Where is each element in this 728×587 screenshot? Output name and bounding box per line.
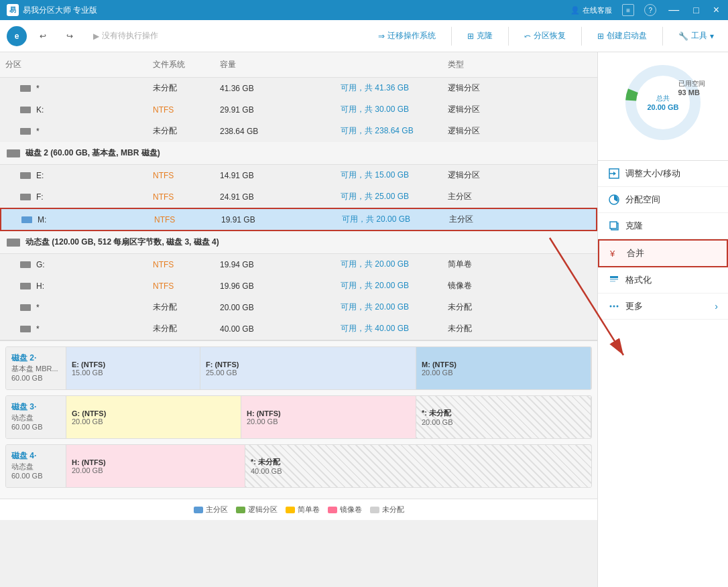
partition-row[interactable]: E: NTFS 14.91 GB 可用，共 15.00 GB 逻辑分区 [0, 165, 597, 186]
disk-small-icon [21, 216, 32, 223]
no-operation-btn[interactable]: ▶ 没有待执行操作 [86, 25, 166, 46]
clone-btn[interactable]: ⊞ 克隆 [460, 25, 500, 46]
partition-row[interactable]: * 未分配 41.36 GB 可用，共 41.36 GB 逻辑分区 [0, 78, 597, 99]
disk4-part-unalloc[interactable]: *: 未分配 40.00 GB [245, 445, 591, 487]
disk2-part-e[interactable]: E: (NTFS) 15.00 GB [66, 347, 200, 389]
restore-icon: ⤺ [524, 31, 531, 41]
redo-btn[interactable]: ↪ [59, 27, 80, 46]
partition-fs: NTFS [147, 277, 215, 295]
toolbar-separator4 [662, 27, 663, 46]
legend-mirror-color [328, 507, 337, 513]
redo-icon: ↪ [66, 31, 73, 41]
partition-type: 逻辑分区 [442, 79, 597, 97]
disk-small-icon [20, 283, 31, 289]
format-icon [608, 274, 620, 286]
legend-simple-color [286, 507, 295, 513]
partition-available: 可用，共 30.00 GB [335, 101, 442, 119]
partition-capacity: 19.94 GB [215, 255, 335, 273]
partition-available: 可用，共 15.00 GB [335, 166, 442, 184]
menu-icon-btn[interactable]: ≡ [622, 4, 634, 16]
close-btn[interactable]: × [711, 4, 721, 16]
logo-btn[interactable]: e [7, 26, 27, 46]
partition-type: 逻辑分区 [442, 166, 597, 184]
partition-name: H: [0, 277, 147, 295]
more-action[interactable]: 更多 › [598, 294, 728, 320]
allocate-action[interactable]: 分配空间 [598, 187, 728, 213]
disk-visual-section: 磁盘 2· 基本盘 MBR... 60.00 GB E: (NTFS) 15.0… [0, 340, 597, 499]
dynamic-disk-header: 动态盘 (120.00 GB, 512 每扇区字节数, 磁盘 3, 磁盘 4) [0, 231, 597, 254]
toolbar-separator2 [508, 27, 509, 46]
svg-point-14 [617, 306, 619, 308]
disk3-part-unalloc[interactable]: *: 未分配 20.00 GB [416, 396, 591, 438]
undo-icon: ↩ [40, 31, 46, 41]
partition-row[interactable]: H: NTFS 19.96 GB 可用，共 20.00 GB 镜像卷 [0, 275, 597, 297]
partition-row[interactable]: G: NTFS 19.94 GB 可用，共 20.00 GB 简单卷 [0, 254, 597, 275]
partition-type: 主分区 [444, 210, 596, 229]
svg-point-13 [613, 306, 615, 308]
disk3-partitions: G: (NTFS) 20.00 GB H: (NTFS) 20.00 GB *:… [66, 396, 591, 438]
partition-available: 可用，共 20.00 GB [335, 277, 442, 295]
partition-row[interactable]: * 未分配 20.00 GB 可用，共 20.00 GB 未分配 [0, 297, 597, 318]
migrate-btn[interactable]: ⇒ 迁移操作系统 [371, 25, 443, 46]
disk4-part-h[interactable]: H: (NTFS) 20.00 GB [66, 445, 245, 487]
disk-small-icon [20, 128, 31, 135]
partition-name: * [0, 79, 147, 97]
partition-row[interactable]: * 未分配 238.64 GB 可用，共 238.64 GB 逻辑分区 [0, 121, 597, 142]
resize-action[interactable]: 调整大小/移动 [598, 161, 728, 187]
partition-available: 可用，共 238.64 GB [335, 122, 442, 140]
legend-primary-color [194, 507, 203, 513]
disk-small-icon [20, 261, 31, 268]
clone-action[interactable]: 克隆 [598, 213, 728, 239]
merge-icon: ¥ [609, 247, 621, 259]
tools-btn[interactable]: 🔧 工具 ▾ [671, 25, 721, 46]
partition-row[interactable]: K: NTFS 29.91 GB 可用，共 30.00 GB 逻辑分区 [0, 99, 597, 121]
legend: 主分区 逻辑分区 简单卷 镜像卷 未分配 [0, 499, 597, 520]
disk2-info: 磁盘 2· 基本盘 MBR... 60.00 GB [6, 347, 66, 389]
svg-point-12 [610, 306, 612, 308]
partition-name: E: [0, 166, 147, 184]
partition-name: * [0, 320, 147, 338]
partition-fs: NTFS [147, 166, 215, 184]
main-content: 分区 文件系统 容量 类型 * 未分配 41.36 GB 可用，共 41.36 … [0, 52, 597, 587]
disk2-part-f[interactable]: F: (NTFS) 25.00 GB [200, 347, 416, 389]
more-icon [608, 300, 620, 312]
pie-icon [608, 194, 620, 206]
partition-fs: 未分配 [147, 79, 215, 97]
action-list: 调整大小/移动 分配空间 克隆 ¥ [598, 161, 728, 587]
selected-partition-row[interactable]: M: NTFS 19.91 GB 可用，共 20.00 GB 主分区 [0, 208, 597, 231]
svg-rect-11 [610, 281, 615, 282]
help-btn[interactable]: ? [644, 4, 656, 16]
maximize-btn[interactable]: □ [691, 5, 701, 15]
disk3-part-h[interactable]: H: (NTFS) 20.00 GB [241, 396, 416, 438]
format-action[interactable]: 格式化 [598, 267, 728, 294]
disk-small-icon [20, 194, 31, 200]
merge-action[interactable]: ¥ 合并 [598, 239, 728, 267]
disk3-part-g[interactable]: G: (NTFS) 20.00 GB [66, 396, 241, 438]
disk2-header: 磁盘 2 (60.00 GB, 基本盘, MBR 磁盘) [0, 142, 597, 165]
create-boot-btn[interactable]: ⊞ 创建启动盘 [590, 25, 654, 46]
legend-primary: 主分区 [194, 505, 228, 515]
partition-name: F: [0, 188, 147, 206]
partition-capacity: 40.00 GB [215, 320, 335, 338]
partition-name: M: [1, 210, 149, 229]
partition-capacity: 29.91 GB [215, 101, 335, 119]
disk2-part-m[interactable]: M: (NTFS) 20.00 GB [416, 347, 591, 389]
undo-btn[interactable]: ↩ [32, 27, 54, 46]
tools-dropdown-icon: ▾ [710, 31, 714, 41]
header-capacity: 容量 [215, 56, 335, 73]
title-bar: 易 易我分区大师 专业版 👤 在线客服 ≡ ? — □ × [0, 0, 728, 20]
partition-available: 可用，共 20.00 GB [335, 255, 442, 273]
minimize-btn[interactable]: — [666, 4, 681, 16]
migrate-icon: ⇒ [378, 31, 385, 41]
svg-rect-9 [610, 276, 618, 278]
partition-row[interactable]: * 未分配 40.00 GB 可用，共 40.00 GB 未分配 [0, 318, 597, 340]
table-header: 分区 文件系统 容量 类型 [0, 52, 597, 78]
partition-fs: NTFS [147, 255, 215, 273]
partition-row[interactable]: F: NTFS 24.91 GB 可用，共 25.00 GB 主分区 [0, 186, 597, 208]
restore-btn[interactable]: ⤺ 分区恢复 [517, 25, 573, 46]
partition-fs: NTFS [147, 188, 215, 206]
online-service-btn[interactable]: 👤 在线客服 [570, 5, 612, 15]
disk3-visual: 磁盘 3· 动态盘 60.00 GB G: (NTFS) 20.00 GB H:… [5, 395, 592, 439]
header-available [335, 56, 442, 73]
disk2-partitions: E: (NTFS) 15.00 GB F: (NTFS) 25.00 GB M:… [66, 347, 591, 389]
